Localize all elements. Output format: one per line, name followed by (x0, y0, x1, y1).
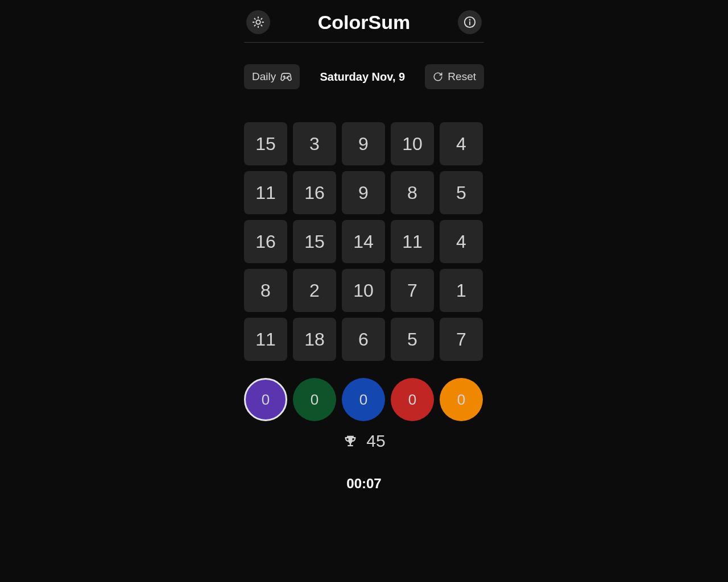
grid-cell[interactable]: 7 (391, 269, 434, 312)
svg-line-8 (261, 19, 262, 19)
color-select-4[interactable]: 0 (440, 378, 483, 421)
svg-point-0 (256, 20, 260, 24)
reset-label: Reset (448, 70, 476, 83)
grid-cell[interactable]: 4 (440, 122, 483, 165)
color-select-1[interactable]: 0 (293, 378, 336, 421)
info-icon (464, 16, 476, 28)
grid-cell[interactable]: 11 (391, 220, 434, 263)
theme-toggle-button[interactable] (246, 10, 270, 34)
svg-point-11 (470, 19, 470, 20)
grid-cell[interactable]: 8 (244, 269, 287, 312)
timer: 00:07 (244, 476, 484, 492)
grid-cell[interactable]: 2 (293, 269, 336, 312)
number-grid: 153910411169851615141148210711118657 (244, 122, 484, 361)
sun-icon (252, 16, 264, 28)
svg-line-4 (261, 25, 262, 26)
reset-icon (433, 72, 443, 82)
header: ColorSum (244, 10, 484, 43)
grid-cell[interactable]: 3 (293, 122, 336, 165)
grid-cell[interactable]: 5 (440, 171, 483, 214)
grid-cell[interactable]: 5 (391, 318, 434, 361)
app-title: ColorSum (318, 11, 410, 34)
grid-cell[interactable]: 15 (293, 220, 336, 263)
grid-cell[interactable]: 6 (342, 318, 385, 361)
grid-cell[interactable]: 10 (391, 122, 434, 165)
svg-point-14 (287, 77, 288, 77)
gamepad-icon (280, 71, 292, 82)
date-label: Saturday Nov, 9 (320, 70, 405, 84)
daily-mode-button[interactable]: Daily (244, 64, 300, 89)
color-select-3[interactable]: 0 (391, 378, 434, 421)
grid-cell[interactable]: 1 (440, 269, 483, 312)
grid-cell[interactable]: 8 (391, 171, 434, 214)
svg-line-7 (255, 25, 255, 26)
grid-cell[interactable]: 18 (293, 318, 336, 361)
target-row: 45 (244, 431, 484, 451)
grid-cell[interactable]: 15 (244, 122, 287, 165)
grid-cell[interactable]: 16 (293, 171, 336, 214)
grid-cell[interactable]: 4 (440, 220, 483, 263)
color-selector-row: 00000 (244, 378, 484, 421)
svg-line-3 (255, 19, 255, 19)
trophy-icon (342, 433, 358, 449)
grid-cell[interactable]: 16 (244, 220, 287, 263)
grid-cell[interactable]: 9 (342, 171, 385, 214)
info-button[interactable] (458, 10, 482, 34)
grid-cell[interactable]: 7 (440, 318, 483, 361)
grid-cell[interactable]: 9 (342, 122, 385, 165)
grid-cell[interactable]: 11 (244, 318, 287, 361)
daily-mode-label: Daily (252, 70, 276, 83)
subbar: Daily Saturday Nov, 9 (244, 64, 484, 89)
grid-cell[interactable]: 10 (342, 269, 385, 312)
target-value: 45 (366, 431, 385, 451)
color-select-2[interactable]: 0 (342, 378, 385, 421)
svg-point-15 (289, 76, 289, 77)
grid-cell[interactable]: 11 (244, 171, 287, 214)
color-select-0[interactable]: 0 (244, 378, 287, 421)
reset-button[interactable]: Reset (425, 64, 484, 89)
grid-cell[interactable]: 14 (342, 220, 385, 263)
